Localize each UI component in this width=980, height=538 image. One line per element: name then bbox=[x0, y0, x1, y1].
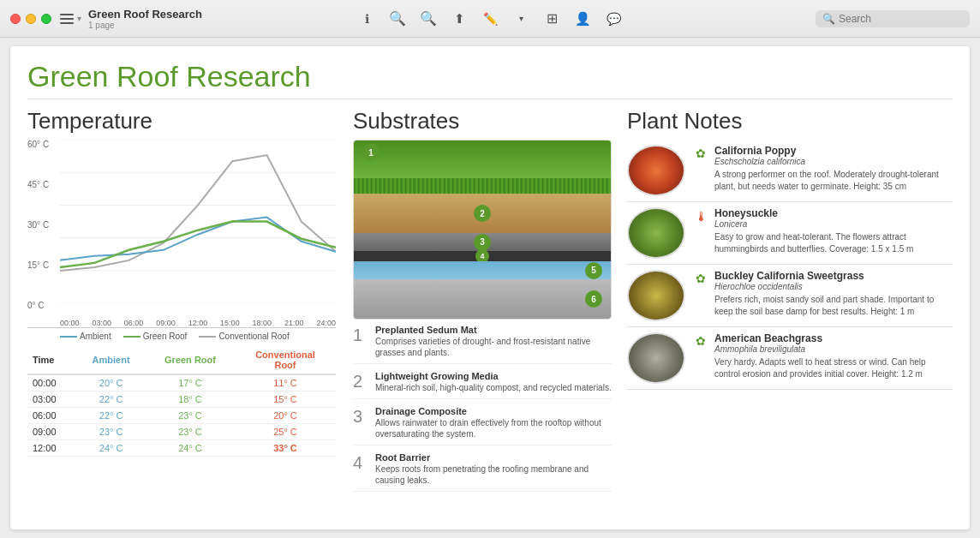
temperature-column: Temperature 60° C 45° C 30° C 15° C 0° C bbox=[27, 108, 344, 523]
substrate-number: 1 bbox=[353, 325, 372, 358]
cell-time: 00:00 bbox=[27, 374, 76, 392]
temperature-table: Time Ambient Green Roof ConventionalRoof… bbox=[27, 346, 336, 457]
zoom-in-icon[interactable]: 🔍 bbox=[421, 11, 436, 27]
y-label-45: 45° C bbox=[27, 180, 49, 189]
cell-conv: 11° C bbox=[235, 374, 336, 392]
comment-icon[interactable]: 💬 bbox=[606, 11, 621, 27]
conventional-line-icon bbox=[199, 336, 216, 338]
cell-time: 12:00 bbox=[27, 440, 76, 457]
chart-y-axis: 60° C 45° C 30° C 15° C 0° C bbox=[27, 140, 49, 310]
substrate-desc: Allows rainwater to drain effectively fr… bbox=[375, 417, 612, 439]
layer-1-vegetation: 1 bbox=[354, 140, 611, 194]
minimize-button[interactable] bbox=[26, 14, 36, 24]
substrate-item: 2 Lightweight Growing Media Mineral-rich… bbox=[353, 371, 612, 399]
chart-legend: Ambient Green Roof Conventional Roof bbox=[60, 332, 336, 341]
plant-info: California Poppy Eschscholzia californic… bbox=[714, 145, 953, 192]
search-icon: 🔍 bbox=[822, 13, 835, 25]
plant-image bbox=[627, 332, 685, 384]
table-row: 03:00 22° C 18° C 15° C bbox=[27, 392, 336, 408]
legend-ambient: Ambient bbox=[60, 332, 111, 341]
substrate-title: Drainage Composite bbox=[375, 406, 612, 416]
search-input[interactable] bbox=[839, 13, 963, 25]
layer-2-media: 2 bbox=[354, 194, 611, 233]
plant-name: Honeysuckle bbox=[714, 207, 953, 219]
plant-desc: Prefers rich, moist sandy soil and part … bbox=[714, 294, 953, 317]
info-icon[interactable]: ℹ bbox=[359, 11, 374, 27]
plant-latin: Lonicera bbox=[714, 219, 953, 229]
add-page-icon[interactable]: ⊞ bbox=[544, 11, 559, 27]
plant-image bbox=[627, 270, 685, 321]
col-time: Time bbox=[27, 346, 76, 374]
y-label-0: 0° C bbox=[27, 301, 49, 310]
substrate-diagram: 1 2 3 4 5 6 bbox=[353, 140, 612, 320]
plant-name: American Beachgrass bbox=[714, 332, 953, 344]
y-label-60: 60° C bbox=[27, 140, 49, 149]
person-icon[interactable]: 👤 bbox=[575, 11, 590, 27]
substrates-title: Substrates bbox=[353, 108, 612, 134]
substrate-list: 1 Preplanted Sedum Mat Comprises varieti… bbox=[353, 325, 612, 492]
plant-type-icon: 🌡 bbox=[692, 207, 709, 224]
plant-desc: A strong performer on the roof. Moderate… bbox=[714, 169, 953, 192]
plant-item: ✿ American Beachgrass Ammophila brevilig… bbox=[627, 327, 953, 390]
table-row: 00:00 20° C 17° C 11° C bbox=[27, 374, 336, 392]
cell-green: 23° C bbox=[146, 424, 235, 440]
plant-desc: Very hardy. Adapts well to heat stress o… bbox=[714, 356, 953, 380]
plant-latin: Hierochloe occidentalis bbox=[714, 282, 953, 291]
cell-ambient: 24° C bbox=[76, 440, 146, 457]
chart-x-axis: 00:0003:0006:0009:00 12:0015:0018:0021:0… bbox=[60, 319, 336, 327]
substrate-item: 4 Root Barrier Keeps roots from penetrat… bbox=[353, 452, 612, 492]
pen-chevron-icon[interactable]: ▾ bbox=[513, 11, 529, 27]
three-column-layout: Temperature 60° C 45° C 30° C 15° C 0° C bbox=[27, 108, 953, 523]
temperature-title: Temperature bbox=[27, 108, 336, 134]
cell-time: 03:00 bbox=[27, 392, 76, 408]
pen-icon[interactable]: ✏️ bbox=[482, 11, 498, 27]
snowflake-icon: ✿ bbox=[696, 334, 706, 348]
y-label-30: 30° C bbox=[27, 220, 49, 230]
cell-ambient: 20° C bbox=[76, 374, 146, 392]
titlebar: ▾ Green Roof Research 1 page ℹ 🔍 🔍 ⬆ ✏️ … bbox=[0, 0, 980, 38]
badge-6: 6 bbox=[585, 290, 602, 308]
close-button[interactable] bbox=[10, 14, 21, 24]
content-area: Green Roof Research Temperature 60° C 45… bbox=[10, 46, 970, 529]
substrate-content: Drainage Composite Allows rainwater to d… bbox=[375, 406, 612, 439]
plant-item: ✿ California Poppy Eschscholzia californ… bbox=[627, 140, 953, 202]
table-row: 09:00 23° C 23° C 25° C bbox=[27, 424, 336, 440]
ambient-line-icon bbox=[60, 336, 77, 338]
doc-pages: 1 page bbox=[88, 21, 202, 30]
substrate-number: 2 bbox=[353, 371, 372, 393]
plant-item: 🌡 Honeysuckle Lonicera Easy to grow and … bbox=[627, 202, 953, 265]
layer-4-root: 4 bbox=[354, 251, 611, 261]
substrate-title: Root Barrier bbox=[375, 452, 612, 463]
conventional-label: Conventional Roof bbox=[218, 332, 289, 341]
green-roof-label: Green Roof bbox=[143, 332, 188, 341]
plant-image bbox=[627, 207, 685, 259]
cell-conv: 15° C bbox=[235, 392, 336, 408]
layer-3-drainage: 3 bbox=[354, 233, 611, 251]
col-ambient: Ambient bbox=[76, 346, 146, 374]
legend-green-roof: Green Roof bbox=[123, 332, 188, 341]
chevron-down-icon[interactable]: ▾ bbox=[77, 14, 81, 23]
plant-info: Buckley California Sweetgrass Hierochloe… bbox=[714, 270, 953, 317]
substrate-content: Lightweight Growing Media Mineral-rich s… bbox=[375, 371, 612, 393]
substrate-number: 3 bbox=[353, 406, 372, 439]
plant-latin: Eschscholzia californica bbox=[714, 157, 953, 166]
plant-image bbox=[627, 145, 685, 196]
badge-5: 5 bbox=[585, 262, 602, 279]
fullscreen-button[interactable] bbox=[41, 14, 51, 24]
col-conv: ConventionalRoof bbox=[235, 346, 336, 374]
plant-item: ✿ Buckley California Sweetgrass Hierochl… bbox=[627, 265, 953, 327]
search-box[interactable]: 🔍 bbox=[816, 10, 970, 27]
substrate-title: Lightweight Growing Media bbox=[375, 371, 612, 381]
substrate-item: 3 Drainage Composite Allows rainwater to… bbox=[353, 406, 612, 445]
plant-notes-column: Plant Notes ✿ California Poppy Eschschol… bbox=[627, 108, 953, 523]
plant-photo bbox=[627, 207, 685, 259]
share-icon[interactable]: ⬆ bbox=[451, 11, 467, 27]
sidebar-toggle-icon[interactable] bbox=[60, 14, 74, 24]
substrate-title: Preplanted Sedum Mat bbox=[375, 325, 612, 335]
plant-name: California Poppy bbox=[714, 145, 953, 157]
zoom-out-icon[interactable]: 🔍 bbox=[390, 11, 405, 27]
plant-notes-title: Plant Notes bbox=[627, 108, 953, 134]
substrate-number: 4 bbox=[353, 452, 372, 486]
cell-ambient: 23° C bbox=[76, 424, 146, 440]
plant-info: American Beachgrass Ammophila breviligul… bbox=[714, 332, 953, 380]
